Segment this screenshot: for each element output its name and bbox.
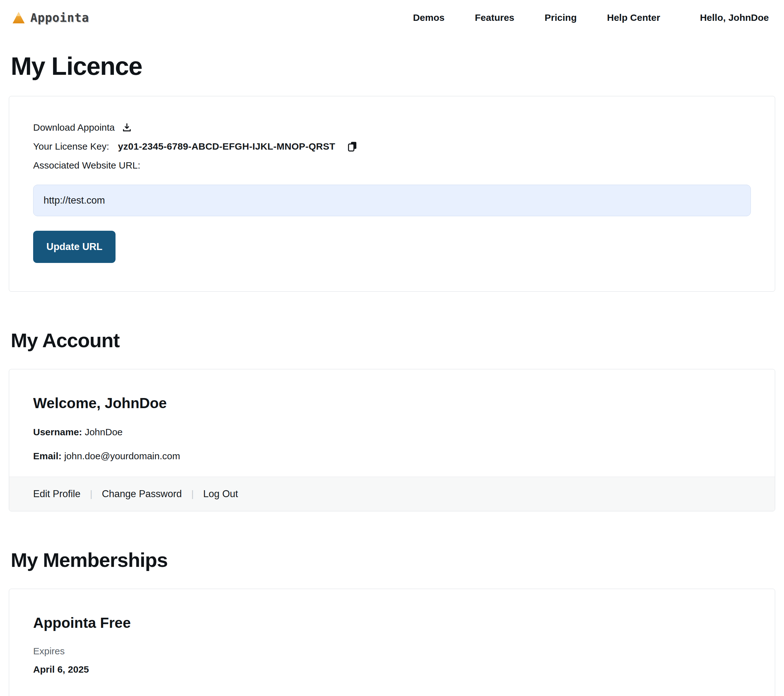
- edit-profile-link[interactable]: Edit Profile: [33, 488, 81, 500]
- brand[interactable]: Appointa: [12, 11, 89, 25]
- nav-item-pricing[interactable]: Pricing: [545, 12, 577, 23]
- expires-date: April 6, 2025: [33, 664, 751, 675]
- username-row: Username: JohnDoe: [33, 427, 751, 437]
- associated-url-label: Associated Website URL:: [33, 160, 140, 171]
- main-nav: Demos Features Pricing Help Center Hello…: [413, 12, 769, 23]
- divider: |: [191, 489, 194, 499]
- membership-card: Appointa Free Expires April 6, 2025: [9, 589, 775, 696]
- divider: |: [90, 489, 92, 499]
- main-content: My Licence Download Appointa Your Licens…: [0, 52, 784, 696]
- email-label: Email:: [33, 451, 61, 461]
- website-url-input[interactable]: [33, 185, 751, 216]
- membership-plan-name: Appointa Free: [33, 614, 751, 631]
- nav-item-features[interactable]: Features: [475, 12, 514, 23]
- download-button[interactable]: [122, 122, 132, 133]
- username-label: Username:: [33, 427, 82, 437]
- license-key-label: Your License Key:: [33, 141, 109, 152]
- appointa-logo-icon: [12, 12, 25, 24]
- licence-card: Download Appointa Your License Key: yz01…: [9, 96, 775, 292]
- username-value: JohnDoe: [85, 427, 122, 437]
- log-out-link[interactable]: Log Out: [203, 488, 238, 500]
- memberships-section-title: My Memberships: [11, 549, 773, 571]
- account-card-body: Welcome, JohnDoe Username: JohnDoe Email…: [9, 369, 775, 477]
- email-value: john.doe@yourdomain.com: [64, 451, 180, 461]
- top-navbar: Appointa Demos Features Pricing Help Cen…: [0, 0, 784, 35]
- welcome-heading: Welcome, JohnDoe: [33, 394, 751, 412]
- copy-icon: [347, 141, 357, 152]
- brand-name: Appointa: [30, 11, 89, 25]
- email-row: Email: john.doe@yourdomain.com: [33, 451, 751, 462]
- license-key-value: yz01-2345-6789-ABCD-EFGH-IJKL-MNOP-QRST: [118, 141, 336, 152]
- page-title: My Licence: [11, 52, 773, 81]
- account-actions-bar: Edit Profile | Change Password | Log Out: [9, 477, 775, 511]
- download-label[interactable]: Download Appointa: [33, 122, 115, 133]
- change-password-link[interactable]: Change Password: [102, 488, 182, 500]
- copy-license-key-button[interactable]: [347, 141, 357, 152]
- download-row: Download Appointa: [33, 122, 751, 133]
- nav-item-help-center[interactable]: Help Center: [607, 12, 660, 23]
- nav-item-demos[interactable]: Demos: [413, 12, 445, 23]
- account-card: Welcome, JohnDoe Username: JohnDoe Email…: [9, 369, 775, 511]
- update-url-button[interactable]: Update URL: [33, 231, 115, 263]
- user-greeting[interactable]: Hello, JohnDoe: [700, 12, 769, 23]
- download-icon: [122, 122, 132, 133]
- license-key-row: Your License Key: yz01-2345-6789-ABCD-EF…: [33, 141, 751, 152]
- url-label-row: Associated Website URL:: [33, 160, 751, 171]
- account-section-title: My Account: [11, 329, 773, 351]
- expires-label: Expires: [33, 646, 751, 656]
